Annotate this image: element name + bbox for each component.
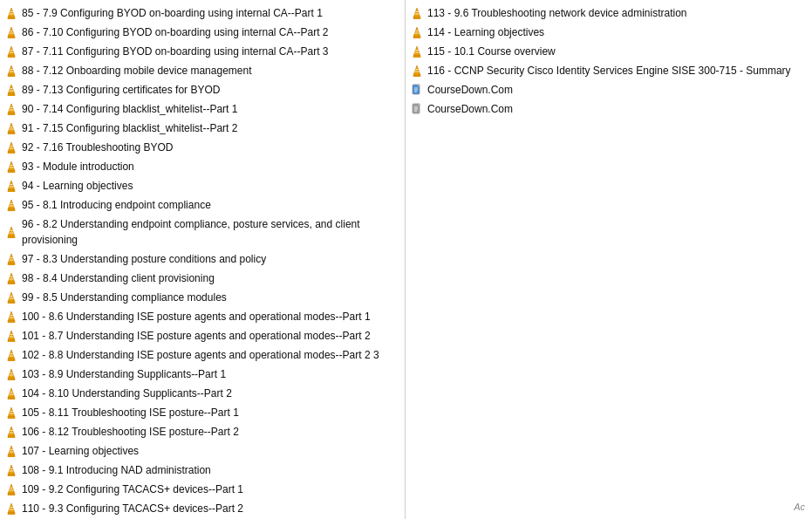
list-item[interactable]: CourseDown.Com <box>406 99 812 119</box>
list-item[interactable]: 101 - 8.7 Understanding ISE posture agen… <box>0 326 405 345</box>
svg-marker-48 <box>8 254 15 263</box>
item-label: 94 - Learning objectives <box>22 178 133 194</box>
list-item[interactable]: 115 - 10.1 Course overview <box>406 42 812 61</box>
svg-rect-57 <box>8 302 15 304</box>
cone-icon <box>5 26 17 38</box>
item-label: 101 - 8.7 Understanding ISE posture agen… <box>22 328 371 344</box>
cone-icon <box>5 426 17 438</box>
item-label: 99 - 8.5 Understanding compliance module… <box>22 290 227 305</box>
svg-marker-20 <box>8 104 15 113</box>
list-item[interactable]: 114 - Learning objectives <box>406 23 812 42</box>
list-item[interactable]: 90 - 7.14 Configuring blacklist_whitelis… <box>0 99 405 119</box>
cone-icon <box>5 368 17 380</box>
cone-icon <box>5 349 17 361</box>
svg-rect-73 <box>8 379 15 380</box>
svg-rect-5 <box>8 37 15 38</box>
svg-marker-32 <box>8 161 15 171</box>
svg-rect-33 <box>8 171 15 173</box>
svg-rect-97 <box>8 494 15 495</box>
cone-icon <box>5 7 17 19</box>
svg-marker-92 <box>8 465 15 475</box>
cone-icon <box>5 45 17 58</box>
list-item[interactable]: 87 - 7.11 Configuring BYOD on-boarding u… <box>0 42 405 61</box>
item-label: 96 - 8.2 Understanding endpoint complian… <box>22 216 399 248</box>
cone-icon <box>5 65 17 77</box>
list-item[interactable]: 109 - 9.2 Configuring TACACS+ devices--P… <box>0 480 405 499</box>
item-label: 110 - 9.3 Configuring TACACS+ devices--P… <box>22 501 243 516</box>
cone-icon <box>5 122 17 134</box>
list-item[interactable]: 98 - 8.4 Understanding client provisioni… <box>0 269 405 288</box>
cone-icon <box>5 330 17 342</box>
cone-icon <box>411 26 423 38</box>
svg-marker-124 <box>413 65 420 75</box>
item-label: 97 - 8.3 Understanding posture condition… <box>22 251 266 267</box>
list-item[interactable]: 94 - Learning objectives <box>0 176 405 195</box>
svg-marker-80 <box>8 407 15 417</box>
svg-rect-21 <box>8 113 15 115</box>
list-item[interactable]: 110 - 9.3 Configuring TACACS+ devices--P… <box>0 499 405 518</box>
list-item[interactable]: CourseDown.Com <box>406 80 812 99</box>
svg-marker-60 <box>8 311 15 321</box>
list-item[interactable]: 113 - 9.6 Troubleshooting network device… <box>406 3 812 23</box>
list-item[interactable]: 106 - 8.12 Troubleshooting ISE posture--… <box>0 422 405 441</box>
list-item[interactable]: 95 - 8.1 Introducing endpoint compliance <box>0 195 405 215</box>
svg-marker-76 <box>8 388 15 398</box>
list-item[interactable]: 100 - 8.6 Understanding ISE posture agen… <box>0 307 405 326</box>
list-item[interactable]: 85 - 7.9 Configuring BYOD on-boarding us… <box>0 3 405 23</box>
cone-icon <box>5 84 17 96</box>
cone-icon <box>5 253 17 265</box>
list-item[interactable]: 97 - 8.3 Understanding posture condition… <box>0 249 405 269</box>
svg-rect-17 <box>8 94 15 96</box>
item-label: 105 - 8.11 Troubleshooting ISE posture--… <box>22 405 239 420</box>
svg-marker-44 <box>8 227 15 236</box>
list-item[interactable]: 92 - 7.16 Troubleshooting BYOD <box>0 138 405 157</box>
list-item[interactable]: 108 - 9.1 Introducing NAD administration <box>0 461 405 480</box>
svg-rect-125 <box>413 75 420 77</box>
list-item[interactable]: 88 - 7.12 Onboarding mobile device manag… <box>0 61 405 80</box>
item-label: 106 - 8.12 Troubleshooting ISE posture--… <box>22 424 239 440</box>
item-label: 91 - 7.15 Configuring blacklist_whitelis… <box>22 120 237 136</box>
item-label: CourseDown.Com <box>427 101 513 117</box>
svg-rect-117 <box>413 37 420 38</box>
svg-rect-25 <box>8 133 15 134</box>
list-item[interactable]: 86 - 7.10 Configuring BYOD on-boarding u… <box>0 23 405 42</box>
cone-icon <box>5 272 17 284</box>
item-label: 98 - 8.4 Understanding client provisioni… <box>22 270 215 286</box>
list-item[interactable]: 107 - Learning objectives <box>0 441 405 461</box>
item-label: 93 - Module introduction <box>22 159 134 174</box>
item-label: 87 - 7.11 Configuring BYOD on-boarding u… <box>22 44 329 59</box>
item-label: 107 - Learning objectives <box>22 443 139 459</box>
svg-rect-69 <box>8 359 15 361</box>
list-item[interactable]: 103 - 8.9 Understanding Supplicants--Par… <box>0 365 405 384</box>
list-item[interactable]: 91 - 7.15 Configuring blacklist_whitelis… <box>0 119 405 138</box>
svg-marker-116 <box>413 27 420 37</box>
right-panel: 113 - 9.6 Troubleshooting network device… <box>406 0 812 519</box>
cone-icon <box>5 199 17 211</box>
cone-icon <box>5 311 17 323</box>
svg-rect-65 <box>8 340 15 342</box>
item-label: 115 - 10.1 Course overview <box>427 44 556 59</box>
list-item[interactable]: 104 - 8.10 Understanding Supplicants--Pa… <box>0 384 405 403</box>
item-label: 89 - 7.13 Configuring certificates for B… <box>22 82 220 98</box>
list-item[interactable]: 102 - 8.8 Understanding ISE posture agen… <box>0 345 405 365</box>
list-item[interactable]: 89 - 7.13 Configuring certificates for B… <box>0 80 405 99</box>
svg-rect-61 <box>8 321 15 323</box>
svg-marker-36 <box>8 181 15 190</box>
cone-icon <box>5 464 17 476</box>
svg-rect-101 <box>8 513 15 515</box>
svg-marker-24 <box>8 123 15 133</box>
list-item[interactable]: 96 - 8.2 Understanding endpoint complian… <box>0 215 405 249</box>
svg-rect-9 <box>8 56 15 58</box>
list-item[interactable]: 105 - 8.11 Troubleshooting ISE posture--… <box>0 403 405 422</box>
svg-rect-13 <box>8 75 15 77</box>
cone-icon <box>5 103 17 115</box>
item-label: 100 - 8.6 Understanding ISE posture agen… <box>22 309 371 324</box>
cone-icon <box>5 483 17 495</box>
svg-marker-120 <box>413 46 420 56</box>
list-item[interactable]: 116 - CCNP Security Cisco Identity Servi… <box>406 61 812 80</box>
list-item[interactable]: 99 - 8.5 Understanding compliance module… <box>0 288 405 307</box>
svg-rect-45 <box>8 236 15 238</box>
item-label: CourseDown.Com <box>427 82 513 98</box>
list-item[interactable]: 93 - Module introduction <box>0 157 405 176</box>
svg-rect-77 <box>8 398 15 399</box>
